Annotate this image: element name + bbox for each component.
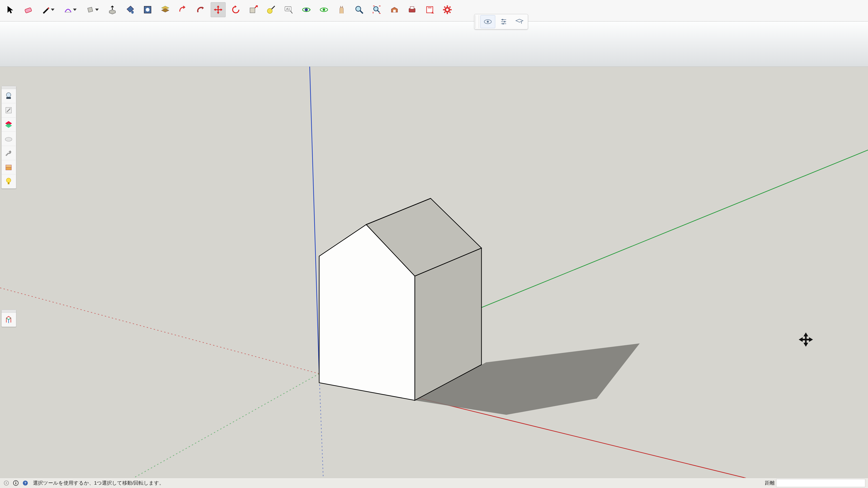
svg-line-26 (290, 11, 292, 13)
svg-point-45 (446, 8, 449, 11)
left-plugin-tray[interactable] (1, 86, 16, 189)
info-icon[interactable] (12, 480, 20, 487)
svg-marker-15 (217, 5, 219, 7)
scene-canvas (0, 66, 868, 478)
graduation-button[interactable] (512, 15, 527, 28)
svg-text:A1: A1 (286, 7, 290, 11)
grip-icon[interactable] (475, 15, 479, 28)
chevron-down-icon (95, 8, 99, 11)
svg-point-31 (323, 8, 325, 11)
svg-line-37 (377, 10, 380, 13)
svg-marker-19 (235, 5, 237, 8)
zoom-extents-tool[interactable] (369, 2, 384, 17)
svg-marker-2 (43, 8, 49, 14)
settings-sliders-button[interactable] (496, 15, 511, 28)
materials-button[interactable] (2, 118, 16, 132)
text-tool[interactable]: A1 (281, 2, 296, 17)
material-edit-button[interactable] (2, 103, 16, 118)
move-tool[interactable] (211, 2, 225, 17)
svg-marker-5 (109, 10, 116, 14)
svg-point-59 (504, 21, 505, 23)
environment-button[interactable] (2, 132, 16, 146)
svg-point-69 (5, 137, 12, 141)
svg-point-7 (131, 11, 134, 14)
offset-tool[interactable] (176, 2, 190, 17)
svg-point-55 (487, 21, 489, 23)
svg-line-23 (272, 6, 275, 9)
help-icon[interactable]: ? (22, 480, 29, 487)
svg-rect-20 (250, 8, 255, 13)
svg-marker-12 (202, 6, 204, 9)
svg-marker-11 (162, 8, 169, 12)
layout-tool[interactable] (422, 2, 437, 17)
zoom-tool[interactable] (352, 2, 367, 17)
svg-point-27 (305, 8, 308, 11)
chevron-down-icon (73, 8, 76, 11)
walk-tool[interactable] (334, 2, 349, 17)
svg-text:?: ? (24, 481, 26, 485)
pushpull-tool[interactable] (105, 2, 120, 17)
left-secondary-tray[interactable] (1, 310, 16, 327)
view-eye-button[interactable] (480, 15, 495, 28)
arc-tool[interactable] (61, 2, 80, 17)
followme-tool[interactable] (193, 2, 208, 17)
eraser-tool[interactable] (21, 2, 36, 17)
grip-icon[interactable] (2, 86, 16, 89)
svg-point-36 (374, 6, 378, 11)
svg-marker-18 (221, 8, 222, 11)
grip-icon[interactable] (2, 310, 16, 313)
svg-line-53 (444, 12, 445, 13)
svg-marker-4 (88, 7, 93, 12)
svg-line-50 (444, 6, 445, 7)
chevron-down-icon (51, 8, 55, 11)
lightbulb-button[interactable] (2, 174, 16, 188)
measurement-input[interactable] (776, 479, 865, 487)
svg-point-94 (6, 482, 7, 484)
svg-rect-1 (25, 7, 32, 13)
viewport-3d[interactable] (0, 66, 868, 478)
top-toolbar: A1 (0, 0, 868, 22)
scale-tool[interactable] (246, 2, 261, 17)
settings-tool[interactable] (440, 2, 455, 17)
svg-point-22 (268, 8, 272, 13)
svg-marker-17 (214, 8, 216, 11)
svg-point-34 (356, 6, 361, 11)
measurement-label: 距離 (765, 480, 776, 486)
warehouse-tool[interactable] (387, 2, 402, 17)
header-spacer (0, 21, 868, 67)
toolbar-row: A1 (0, 0, 458, 18)
svg-rect-41 (410, 6, 414, 9)
wrench-button[interactable] (2, 146, 16, 160)
status-hint-text: 選択ツールを使用するか、1つ選択して移動/回転します。 (33, 480, 164, 486)
paint-tool[interactable] (123, 2, 137, 17)
svg-point-9 (146, 8, 150, 12)
rotate-tool[interactable] (228, 2, 243, 17)
line-tool[interactable] (38, 2, 58, 17)
svg-point-57 (502, 19, 503, 21)
svg-point-61 (502, 23, 504, 25)
svg-point-72 (6, 178, 11, 183)
resources-button[interactable] (2, 160, 16, 174)
pan-tool[interactable] (316, 2, 331, 17)
orbit-tool[interactable] (299, 2, 314, 17)
tape-tool[interactable] (264, 2, 278, 17)
svg-point-64 (6, 93, 11, 97)
plugin-button[interactable] (2, 313, 16, 327)
svg-marker-0 (7, 6, 13, 13)
layers-tool[interactable] (158, 2, 173, 17)
select-tool[interactable] (3, 2, 18, 17)
geolocation-icon[interactable] (3, 480, 10, 487)
svg-marker-16 (217, 12, 219, 14)
svg-marker-62 (516, 19, 523, 22)
svg-point-97 (16, 482, 16, 482)
render-button[interactable] (2, 89, 16, 103)
svg-rect-39 (393, 10, 396, 12)
status-bar: ? 選択ツールを使用するか、1つ選択して移動/回転します。 距離 (0, 478, 868, 488)
svg-line-51 (450, 12, 451, 13)
section-tool[interactable] (140, 2, 155, 17)
svg-line-52 (450, 6, 451, 7)
svg-rect-65 (6, 97, 11, 99)
print-tool[interactable] (405, 2, 420, 17)
svg-rect-70 (6, 167, 11, 170)
rectangle-tool[interactable] (83, 2, 102, 17)
